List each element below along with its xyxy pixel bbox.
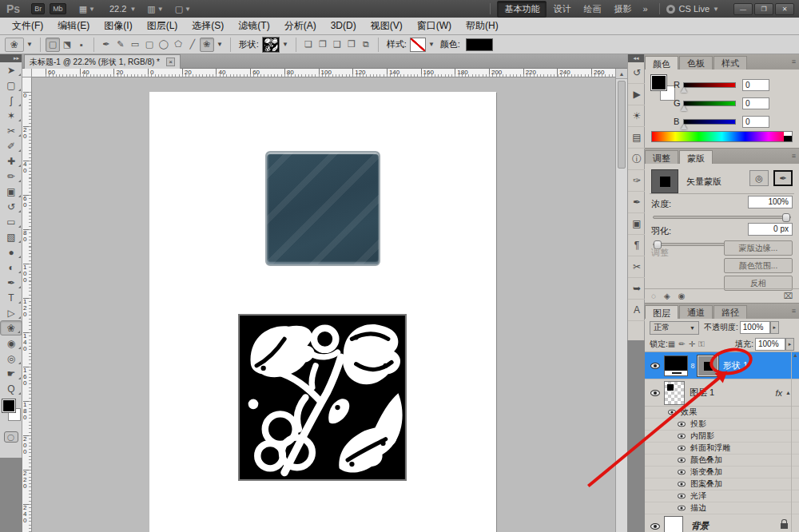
tool-button[interactable]: T — [0, 290, 22, 305]
lock-option-icon[interactable]: ▦ — [668, 339, 675, 348]
scrollbar-thumb[interactable] — [618, 81, 626, 169]
tool-button[interactable]: ✂ — [0, 123, 22, 138]
effect-eye-icon[interactable] — [678, 434, 686, 439]
delete-mask-icon[interactable]: ⌧ — [783, 292, 793, 300]
feather-value-input[interactable]: 0 px — [748, 223, 793, 236]
panel-tab[interactable]: 路径 — [714, 305, 747, 319]
blue-slider[interactable] — [683, 119, 736, 125]
fill-input[interactable]: 100% — [755, 338, 785, 351]
shape-tool-button[interactable]: ⬠ — [171, 38, 185, 52]
custom-shape-ornament[interactable] — [238, 314, 407, 481]
dock-panel-icon[interactable]: ☀ — [628, 105, 646, 127]
effect-eye-icon[interactable] — [678, 458, 686, 463]
dock-panel-icon[interactable]: ➥ — [628, 278, 646, 300]
style-picker[interactable] — [410, 38, 426, 52]
mini-bridge-button[interactable]: Mb — [50, 3, 66, 14]
menu-item[interactable]: 图像(I) — [97, 18, 139, 34]
dock-panel-icon[interactable]: ▤ — [628, 127, 646, 149]
arrange-documents-icon[interactable]: ▥ — [147, 4, 155, 14]
tool-button[interactable]: ✶ — [0, 108, 22, 123]
dock-panel-icon[interactable]: A — [628, 300, 646, 321]
layer-thumbnail[interactable] — [664, 355, 688, 376]
tool-button[interactable]: ▧ — [0, 229, 22, 244]
dock-panel-icon[interactable]: ¶ — [628, 235, 646, 256]
tool-button[interactable]: ✐ — [0, 138, 22, 153]
fx-badge[interactable]: fx — [776, 388, 783, 398]
mask-edge-button[interactable]: 蒙版边缘... — [724, 240, 793, 256]
path-operation-button[interactable]: ❐ — [316, 38, 330, 52]
chevron-down-icon[interactable]: ▼ — [89, 6, 95, 13]
mask-footer-icon[interactable]: ◌ — [651, 292, 656, 300]
foreground-color-swatch[interactable] — [651, 75, 666, 90]
effect-eye-icon[interactable] — [678, 482, 686, 486]
add-vector-mask-button[interactable]: ✒ — [773, 170, 793, 186]
visibility-eye-icon[interactable] — [650, 523, 660, 530]
tool-button[interactable]: ↺ — [0, 199, 22, 214]
tool-button[interactable]: ◎ — [0, 351, 22, 366]
lock-option-icon[interactable]: ✏ — [678, 339, 685, 348]
menu-item[interactable]: 文件(F) — [5, 18, 50, 34]
workspace-button[interactable]: 摄影 — [607, 2, 638, 15]
tool-button[interactable]: ▣ — [0, 184, 22, 199]
density-value-input[interactable]: 100% — [748, 196, 793, 208]
view-extras-icon[interactable]: ▦ — [79, 4, 87, 14]
shape-tool-button[interactable]: ▢ — [142, 38, 157, 52]
color-range-button[interactable]: 颜色范围... — [724, 258, 793, 273]
chevron-down-icon[interactable]: ▼ — [217, 41, 223, 48]
slider-handle[interactable] — [681, 124, 687, 129]
green-slider[interactable] — [683, 101, 736, 106]
blend-mode-dropdown[interactable]: 正常 ▼ — [650, 321, 699, 335]
tool-button[interactable]: ☛ — [0, 366, 22, 381]
path-operation-button[interactable]: ❏ — [301, 38, 316, 52]
menu-item[interactable]: 滤镜(T) — [231, 18, 276, 34]
path-operation-button[interactable]: ⧉ — [359, 38, 373, 52]
tool-preset-picker[interactable]: ❀ — [5, 38, 24, 52]
layer-row-background[interactable]: 背景 — [645, 514, 799, 532]
layer-row-layer1[interactable]: 图层 1 fx ▲ — [645, 379, 799, 407]
dock-panel-icon[interactable]: ▣ — [628, 213, 646, 235]
foreground-color-swatch[interactable] — [2, 399, 15, 412]
slider-handle[interactable] — [681, 105, 687, 111]
effect-eye-icon[interactable] — [678, 494, 686, 498]
effect-eye-icon[interactable] — [678, 446, 686, 451]
effect-row[interactable]: 内阴影 — [645, 431, 799, 443]
workspace-button[interactable]: 设计 — [547, 2, 577, 15]
panel-tab[interactable]: 通道 — [679, 305, 713, 319]
window-control-button[interactable]: ✕ — [775, 3, 794, 15]
menu-item[interactable]: 视图(V) — [364, 18, 410, 34]
effect-row[interactable]: 斜面和浮雕 — [645, 443, 799, 455]
mask-footer-icon[interactable]: ◈ — [664, 292, 670, 300]
menu-item[interactable]: 3D(D) — [324, 18, 364, 34]
green-value-input[interactable]: 0 — [742, 97, 769, 109]
dock-collapse-header[interactable]: ◂◂ — [628, 54, 644, 62]
menu-item[interactable]: 图层(L) — [140, 18, 185, 34]
tool-button[interactable]: ✒ — [0, 275, 22, 290]
custom-shape-picker[interactable] — [262, 37, 280, 53]
effect-row[interactable]: 光泽 — [645, 490, 799, 502]
effect-eye-icon[interactable] — [678, 506, 686, 510]
chevron-down-icon[interactable]: ▼ — [428, 41, 435, 48]
lock-option-icon[interactable]: ✛ — [689, 339, 695, 348]
chevron-down-icon[interactable]: ▼ — [157, 6, 164, 13]
color-spectrum-ramp[interactable] — [651, 131, 793, 142]
menu-item[interactable]: 窗口(W) — [410, 18, 459, 34]
panel-tab[interactable]: 色板 — [679, 56, 713, 69]
slider-handle[interactable] — [782, 213, 790, 222]
tool-button[interactable]: Q — [0, 381, 22, 396]
red-slider[interactable] — [683, 82, 736, 88]
tool-button[interactable]: ➤ — [0, 62, 22, 77]
window-control-button[interactable]: ❐ — [754, 3, 773, 15]
tool-button[interactable]: ▢ — [0, 77, 22, 93]
shape-mode-button[interactable]: ⬔ — [60, 38, 74, 52]
effect-row[interactable]: 颜色叠加 — [645, 455, 799, 466]
visibility-eye-icon[interactable] — [650, 363, 660, 369]
layers-scrollbar[interactable]: ▲ — [791, 352, 799, 532]
panel-menu-icon[interactable]: ≡ — [792, 58, 796, 66]
workspace-essentials-button[interactable]: 基本功能 — [497, 1, 547, 18]
fill-spinner[interactable]: ▸ — [785, 338, 794, 351]
shape-tool-button[interactable]: ✎ — [113, 38, 128, 52]
shape-tool-button[interactable]: ◯ — [157, 38, 171, 52]
document-page[interactable] — [149, 92, 496, 532]
shape-layer-object[interactable] — [265, 151, 380, 266]
tab-adjustments[interactable]: 调整 — [645, 150, 678, 164]
